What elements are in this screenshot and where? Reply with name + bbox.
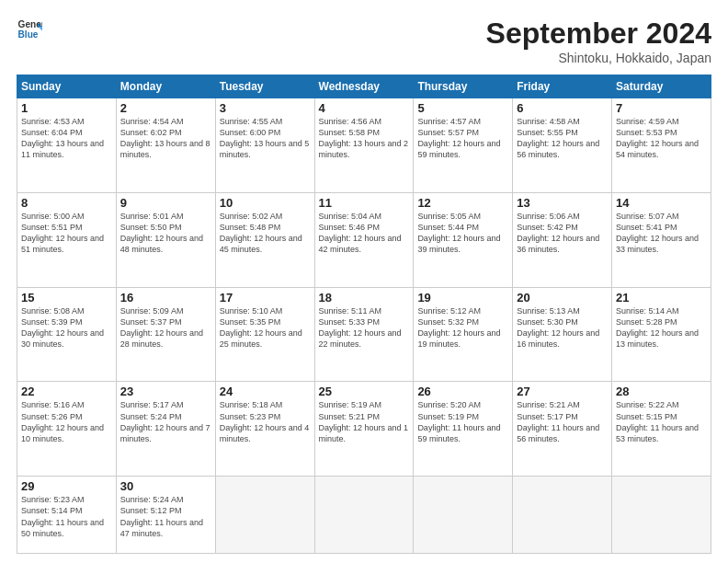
week-row-4: 22Sunrise: 5:16 AMSunset: 5:26 PMDayligh… [17,382,711,477]
day-number: 16 [120,291,211,304]
day-number: 30 [120,479,211,493]
week-row-2: 8Sunrise: 5:00 AMSunset: 5:51 PMDaylight… [17,192,711,287]
calendar-cell: 26Sunrise: 5:20 AMSunset: 5:19 PMDayligh… [414,382,513,477]
calendar-cell: 12Sunrise: 5:05 AMSunset: 5:44 PMDayligh… [414,192,513,287]
calendar-cell: 11Sunrise: 5:04 AMSunset: 5:46 PMDayligh… [314,192,414,287]
calendar-cell [414,477,513,554]
cell-text: Sunrise: 5:08 AMSunset: 5:39 PMDaylight:… [21,306,104,349]
week-row-1: 1Sunrise: 4:53 AMSunset: 6:04 PMDaylight… [17,98,711,193]
day-number: 18 [319,291,410,304]
cell-text: Sunrise: 5:21 AMSunset: 5:17 PMDaylight:… [517,400,599,442]
day-number: 8 [21,196,112,210]
cell-text: Sunrise: 5:09 AMSunset: 5:37 PMDaylight:… [120,306,203,349]
days-header-row: SundayMondayTuesdayWednesdayThursdayFrid… [17,75,711,98]
calendar-cell: 13Sunrise: 5:06 AMSunset: 5:42 PMDayligh… [513,192,612,287]
cell-text: Sunrise: 5:07 AMSunset: 5:41 PMDaylight:… [616,212,699,254]
cell-text: Sunrise: 4:53 AMSunset: 6:04 PMDaylight:… [21,117,104,159]
calendar-cell: 17Sunrise: 5:10 AMSunset: 5:35 PMDayligh… [215,287,314,382]
cell-text: Sunrise: 5:04 AMSunset: 5:46 PMDaylight:… [319,212,402,254]
cell-text: Sunrise: 5:24 AMSunset: 5:12 PMDaylight:… [120,495,203,537]
calendar-cell: 27Sunrise: 5:21 AMSunset: 5:17 PMDayligh… [513,382,612,477]
cell-text: Sunrise: 4:58 AMSunset: 5:55 PMDaylight:… [517,117,599,159]
cell-text: Sunrise: 5:19 AMSunset: 5:21 PMDaylight:… [319,400,409,442]
day-number: 22 [21,385,112,398]
calendar-cell [215,477,314,554]
calendar-cell [612,477,711,554]
week-row-5: 29Sunrise: 5:23 AMSunset: 5:14 PMDayligh… [17,477,711,554]
day-number: 5 [417,101,508,115]
calendar-cell: 7Sunrise: 4:59 AMSunset: 5:53 PMDaylight… [612,98,711,193]
day-number: 9 [120,196,211,210]
day-header-monday: Monday [116,75,215,98]
cell-text: Sunrise: 4:56 AMSunset: 5:58 PMDaylight:… [319,117,409,159]
day-number: 2 [120,101,211,115]
cell-text: Sunrise: 5:06 AMSunset: 5:42 PMDaylight:… [517,212,599,254]
cell-text: Sunrise: 5:17 AMSunset: 5:24 PMDaylight:… [120,400,210,442]
day-header-wednesday: Wednesday [314,75,414,98]
calendar-cell: 5Sunrise: 4:57 AMSunset: 5:57 PMDaylight… [414,98,513,193]
week-row-3: 15Sunrise: 5:08 AMSunset: 5:39 PMDayligh… [17,287,711,382]
day-number: 6 [517,101,608,115]
day-header-friday: Friday [513,75,612,98]
cell-text: Sunrise: 5:23 AMSunset: 5:14 PMDaylight:… [21,495,104,537]
cell-text: Sunrise: 5:14 AMSunset: 5:28 PMDaylight:… [616,306,699,349]
title-block: September 2024 Shintoku, Hokkaido, Japan [486,17,711,65]
svg-text:Blue: Blue [18,29,39,40]
calendar-cell: 25Sunrise: 5:19 AMSunset: 5:21 PMDayligh… [314,382,414,477]
logo-icon: General Blue [17,17,42,42]
calendar-cell: 19Sunrise: 5:12 AMSunset: 5:32 PMDayligh… [414,287,513,382]
calendar-cell: 6Sunrise: 4:58 AMSunset: 5:55 PMDaylight… [513,98,612,193]
cell-text: Sunrise: 5:00 AMSunset: 5:51 PMDaylight:… [21,212,104,254]
day-number: 25 [319,385,410,398]
day-number: 23 [120,385,211,398]
day-number: 19 [417,291,508,304]
cell-text: Sunrise: 5:13 AMSunset: 5:30 PMDaylight:… [517,306,599,349]
calendar-cell: 16Sunrise: 5:09 AMSunset: 5:37 PMDayligh… [116,287,215,382]
calendar-cell: 30Sunrise: 5:24 AMSunset: 5:12 PMDayligh… [116,477,215,554]
calendar-cell: 21Sunrise: 5:14 AMSunset: 5:28 PMDayligh… [612,287,711,382]
cell-text: Sunrise: 5:22 AMSunset: 5:15 PMDaylight:… [616,400,699,442]
calendar-cell: 10Sunrise: 5:02 AMSunset: 5:48 PMDayligh… [215,192,314,287]
calendar-body: 1Sunrise: 4:53 AMSunset: 6:04 PMDaylight… [17,98,711,554]
calendar-table: SundayMondayTuesdayWednesdayThursdayFrid… [17,75,711,554]
calendar-cell: 18Sunrise: 5:11 AMSunset: 5:33 PMDayligh… [314,287,414,382]
cell-text: Sunrise: 5:01 AMSunset: 5:50 PMDaylight:… [120,212,203,254]
day-number: 11 [319,196,410,210]
day-number: 1 [21,101,112,115]
cell-text: Sunrise: 4:59 AMSunset: 5:53 PMDaylight:… [616,117,699,159]
day-header-saturday: Saturday [612,75,711,98]
day-number: 17 [220,291,311,304]
calendar-cell: 9Sunrise: 5:01 AMSunset: 5:50 PMDaylight… [116,192,215,287]
day-number: 4 [319,101,410,115]
calendar-cell: 3Sunrise: 4:55 AMSunset: 6:00 PMDaylight… [215,98,314,193]
calendar-cell: 4Sunrise: 4:56 AMSunset: 5:58 PMDaylight… [314,98,414,193]
header: General Blue September 2024 Shintoku, Ho… [17,17,711,65]
day-number: 3 [220,101,311,115]
cell-text: Sunrise: 5:12 AMSunset: 5:32 PMDaylight:… [417,306,500,349]
calendar-cell: 28Sunrise: 5:22 AMSunset: 5:15 PMDayligh… [612,382,711,477]
day-number: 15 [21,291,112,304]
day-number: 13 [517,196,608,210]
subtitle: Shintoku, Hokkaido, Japan [486,51,711,65]
cell-text: Sunrise: 5:20 AMSunset: 5:19 PMDaylight:… [417,400,500,442]
cell-text: Sunrise: 5:02 AMSunset: 5:48 PMDaylight:… [220,212,302,254]
day-number: 27 [517,385,608,398]
calendar-cell: 29Sunrise: 5:23 AMSunset: 5:14 PMDayligh… [17,477,117,554]
calendar-cell [513,477,612,554]
day-number: 14 [616,196,707,210]
day-number: 29 [21,479,112,493]
day-number: 26 [417,385,508,398]
calendar-cell: 15Sunrise: 5:08 AMSunset: 5:39 PMDayligh… [17,287,117,382]
day-header-tuesday: Tuesday [215,75,314,98]
page: General Blue September 2024 Shintoku, Ho… [0,0,728,563]
calendar-cell: 14Sunrise: 5:07 AMSunset: 5:41 PMDayligh… [612,192,711,287]
cell-text: Sunrise: 5:05 AMSunset: 5:44 PMDaylight:… [417,212,500,254]
day-number: 10 [220,196,311,210]
cell-text: Sunrise: 4:55 AMSunset: 6:00 PMDaylight:… [220,117,310,159]
calendar-cell: 24Sunrise: 5:18 AMSunset: 5:23 PMDayligh… [215,382,314,477]
cell-text: Sunrise: 5:10 AMSunset: 5:35 PMDaylight:… [220,306,302,349]
day-number: 20 [517,291,608,304]
cell-text: Sunrise: 4:54 AMSunset: 6:02 PMDaylight:… [120,117,210,159]
calendar-cell [314,477,414,554]
calendar-cell: 2Sunrise: 4:54 AMSunset: 6:02 PMDaylight… [116,98,215,193]
